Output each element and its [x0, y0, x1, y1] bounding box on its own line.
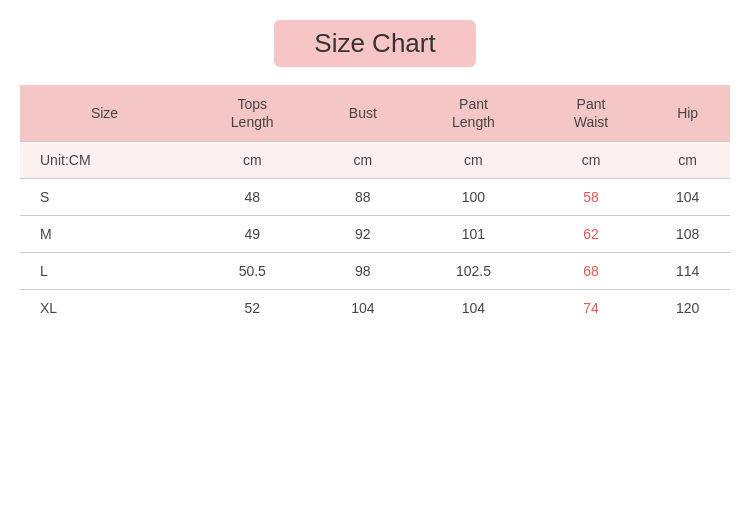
- pant-length-s: 100: [410, 179, 537, 216]
- unit-tops-length: cm: [189, 142, 316, 179]
- pant-waist-m: 62: [537, 216, 646, 253]
- pant-waist-l: 68: [537, 253, 646, 290]
- unit-pant-waist: cm: [537, 142, 646, 179]
- header-tops-length: TopsLength: [189, 85, 316, 142]
- page-title: Size Chart: [314, 28, 435, 59]
- unit-bust: cm: [316, 142, 411, 179]
- table-row: XL 52 104 104 74 120: [20, 290, 730, 327]
- unit-hip: cm: [645, 142, 730, 179]
- bust-xl: 104: [316, 290, 411, 327]
- pant-waist-s: 58: [537, 179, 646, 216]
- hip-xl: 120: [645, 290, 730, 327]
- size-xl: XL: [20, 290, 189, 327]
- table-row: L 50.5 98 102.5 68 114: [20, 253, 730, 290]
- bust-l: 98: [316, 253, 411, 290]
- tops-length-s: 48: [189, 179, 316, 216]
- unit-row: Unit:CM cm cm cm cm cm: [20, 142, 730, 179]
- header-pant-waist: PantWaist: [537, 85, 646, 142]
- header-pant-length: PantLength: [410, 85, 537, 142]
- size-l: L: [20, 253, 189, 290]
- pant-length-l: 102.5: [410, 253, 537, 290]
- pant-waist-xl: 74: [537, 290, 646, 327]
- tops-length-xl: 52: [189, 290, 316, 327]
- unit-label: Unit:CM: [20, 142, 189, 179]
- table-header-row: Size TopsLength Bust PantLength PantWais…: [20, 85, 730, 142]
- header-size: Size: [20, 85, 189, 142]
- title-container: Size Chart: [274, 20, 475, 67]
- pant-length-m: 101: [410, 216, 537, 253]
- hip-m: 108: [645, 216, 730, 253]
- table-row: S 48 88 100 58 104: [20, 179, 730, 216]
- tops-length-m: 49: [189, 216, 316, 253]
- hip-l: 114: [645, 253, 730, 290]
- size-chart-table: Size TopsLength Bust PantLength PantWais…: [20, 85, 730, 326]
- header-bust: Bust: [316, 85, 411, 142]
- size-s: S: [20, 179, 189, 216]
- bust-m: 92: [316, 216, 411, 253]
- header-hip: Hip: [645, 85, 730, 142]
- size-m: M: [20, 216, 189, 253]
- table-row: M 49 92 101 62 108: [20, 216, 730, 253]
- hip-s: 104: [645, 179, 730, 216]
- unit-pant-length: cm: [410, 142, 537, 179]
- bust-s: 88: [316, 179, 411, 216]
- pant-length-xl: 104: [410, 290, 537, 327]
- tops-length-l: 50.5: [189, 253, 316, 290]
